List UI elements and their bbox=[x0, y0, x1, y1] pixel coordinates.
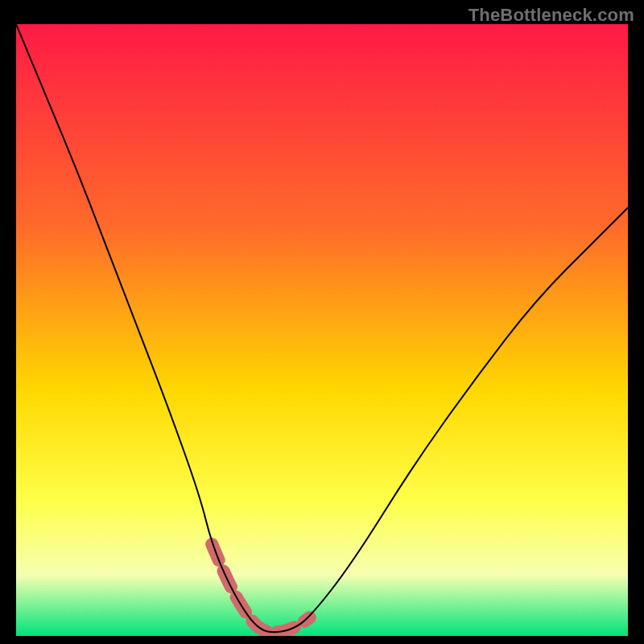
chart-svg bbox=[0, 0, 644, 644]
gradient-background bbox=[16, 24, 628, 636]
watermark-label: TheBottleneck.com bbox=[469, 5, 634, 26]
chart-stage: TheBottleneck.com bbox=[0, 0, 644, 644]
